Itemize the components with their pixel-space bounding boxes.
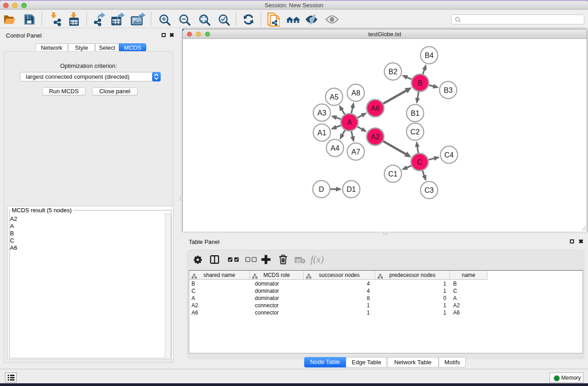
svg-text:C2: C2	[411, 128, 420, 136]
svg-text:A1: A1	[317, 129, 326, 137]
svg-text:C: C	[417, 158, 422, 166]
svg-text:C3: C3	[425, 186, 434, 194]
svg-text:A2: A2	[371, 133, 380, 141]
svg-text:A7: A7	[351, 148, 360, 156]
svg-text:B: B	[418, 79, 423, 87]
svg-text:A: A	[347, 119, 352, 126]
svg-text:C1: C1	[388, 170, 398, 178]
svg-text:B3: B3	[444, 86, 453, 94]
svg-text:B4: B4	[425, 52, 434, 59]
svg-text:B2: B2	[388, 68, 397, 76]
svg-text:A3: A3	[317, 109, 326, 117]
svg-text:A6: A6	[371, 105, 380, 112]
svg-text:A8: A8	[351, 89, 360, 97]
svg-text:A5: A5	[330, 93, 339, 101]
svg-text:D1: D1	[347, 186, 356, 193]
svg-text:D: D	[319, 186, 324, 193]
svg-text:A4: A4	[330, 144, 339, 152]
svg-text:C4: C4	[445, 151, 454, 159]
svg-text:B1: B1	[411, 110, 420, 117]
